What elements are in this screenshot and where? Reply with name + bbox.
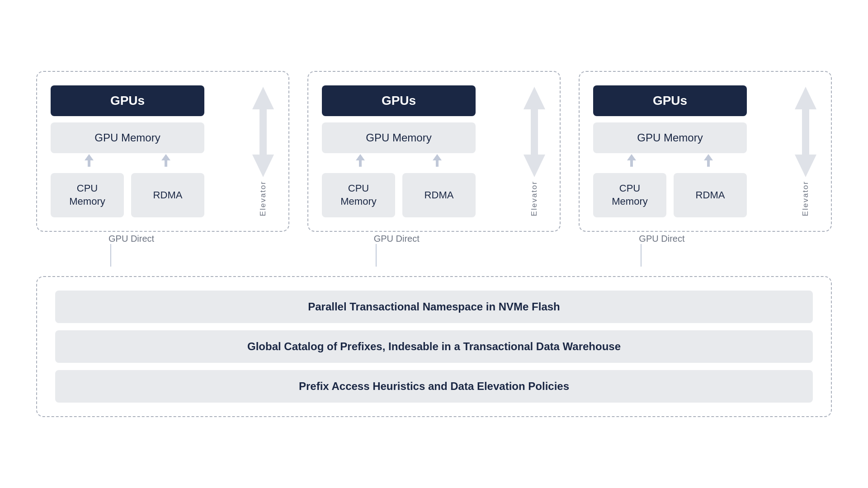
elevator-1: Elevator	[251, 85, 275, 217]
gpu-direct-section: GPU Direct GPU Direct GPU Direct	[36, 234, 832, 274]
gpu-bar-3: GPUs	[593, 85, 747, 116]
elevator-3: Elevator	[794, 85, 817, 217]
svg-marker-11	[524, 87, 545, 109]
main-container: GPUs GPU Memory	[36, 71, 832, 417]
svg-marker-6	[252, 155, 274, 177]
gpu-memory-label-3: GPU Memory	[637, 131, 703, 144]
small-arrows-2	[322, 154, 476, 167]
svg-marker-18	[795, 87, 816, 109]
svg-rect-10	[436, 160, 439, 167]
small-arrows-3	[593, 154, 747, 167]
svg-marker-2	[161, 154, 170, 160]
bottom-boxes-1: CPUMemory RDMA	[51, 173, 204, 217]
svg-rect-17	[707, 160, 710, 167]
svg-rect-12	[531, 109, 538, 155]
rdma-label-2: RDMA	[425, 189, 454, 202]
node-inner-1: GPUs GPU Memory	[51, 85, 243, 217]
rdma-box-2: RDMA	[402, 173, 476, 217]
gpu-label-1: GPUs	[110, 94, 145, 108]
gpu-memory-bar-3: GPU Memory	[593, 122, 747, 153]
up-arrow-rdma-2	[432, 154, 443, 167]
svg-marker-13	[524, 155, 545, 177]
gpu-memory-bar-1: GPU Memory	[51, 122, 204, 153]
svg-marker-7	[356, 154, 365, 160]
up-arrow-cpu-1	[84, 154, 94, 167]
gpu-memory-label-1: GPU Memory	[94, 131, 160, 144]
svg-marker-14	[627, 154, 636, 160]
up-arrow-rdma-3	[703, 154, 714, 167]
svg-marker-4	[252, 87, 274, 109]
gpu-bar-2: GPUs	[322, 85, 476, 116]
gpu-direct-label-3: GPU Direct	[639, 234, 684, 244]
gpu-bar-1: GPUs	[51, 85, 204, 116]
bottom-boxes-2: CPUMemory RDMA	[322, 173, 476, 217]
cpu-memory-box-1: CPUMemory	[51, 173, 124, 217]
gpu-direct-label-1: GPU Direct	[108, 234, 154, 244]
cpu-memory-label-3: CPUMemory	[612, 182, 647, 208]
gpu-memory-wrapper-2: GPU Memory	[322, 122, 514, 167]
gpu-label-3: GPUs	[653, 94, 687, 108]
gpu-direct-label-2: GPU Direct	[374, 234, 420, 244]
node-inner-3: GPUs GPU Memory	[593, 85, 786, 217]
elevator-2: Elevator	[523, 85, 546, 217]
svg-rect-5	[259, 109, 267, 155]
elevator-arrow-1	[251, 87, 275, 177]
node-box-2: GPUs GPU Memory	[307, 71, 561, 231]
up-arrow-cpu-3	[626, 154, 637, 167]
gpu-label-2: GPUs	[382, 94, 416, 108]
up-arrow-rdma-1	[160, 154, 171, 167]
elevator-label-1: Elevator	[259, 181, 268, 216]
feature-label-3: Prefix Access Heuristics and Data Elevat…	[299, 380, 569, 392]
svg-rect-15	[630, 160, 633, 167]
cpu-memory-box-3: CPUMemory	[593, 173, 666, 217]
feature-label-1: Parallel Transactional Namespace in NVMe…	[308, 300, 560, 313]
svg-rect-19	[802, 109, 809, 155]
elevator-arrow-3	[794, 87, 817, 177]
svg-rect-1	[88, 160, 90, 167]
svg-marker-0	[85, 154, 94, 160]
gpu-memory-wrapper-1: GPU Memory	[51, 122, 243, 167]
up-arrow-cpu-2	[355, 154, 366, 167]
vert-line-2	[376, 244, 377, 267]
gpu-direct-col-3: GPU Direct	[566, 234, 832, 267]
gpu-memory-label-2: GPU Memory	[366, 131, 431, 144]
bottom-section: Parallel Transactional Namespace in NVMe…	[36, 276, 832, 417]
elevator-label-3: Elevator	[801, 181, 810, 216]
feature-bar-3: Prefix Access Heuristics and Data Elevat…	[55, 370, 813, 403]
vert-line-3	[641, 244, 642, 267]
node-box-3: GPUs GPU Memory	[579, 71, 832, 231]
vert-line-1	[110, 244, 111, 267]
elevator-arrow-2	[523, 87, 546, 177]
bottom-boxes-3: CPUMemory RDMA	[593, 173, 747, 217]
cpu-memory-box-2: CPUMemory	[322, 173, 395, 217]
svg-rect-8	[359, 160, 362, 167]
gpu-memory-wrapper-3: GPU Memory	[593, 122, 786, 167]
rdma-label-1: RDMA	[153, 189, 183, 202]
cpu-memory-label-2: CPUMemory	[340, 182, 376, 208]
svg-rect-3	[165, 160, 167, 167]
svg-marker-16	[704, 154, 713, 160]
feature-bar-1: Parallel Transactional Namespace in NVMe…	[55, 291, 813, 323]
rdma-box-1: RDMA	[131, 173, 204, 217]
gpu-direct-col-1: GPU Direct	[36, 234, 302, 267]
svg-marker-20	[795, 155, 816, 177]
feature-label-2: Global Catalog of Prefixes, Indesable in…	[247, 340, 621, 352]
top-row: GPUs GPU Memory	[36, 71, 832, 231]
rdma-label-3: RDMA	[696, 189, 725, 202]
gpu-memory-bar-2: GPU Memory	[322, 122, 476, 153]
feature-bar-2: Global Catalog of Prefixes, Indesable in…	[55, 330, 813, 363]
small-arrows-1	[51, 154, 204, 167]
node-box-1: GPUs GPU Memory	[36, 71, 289, 231]
rdma-box-3: RDMA	[674, 173, 747, 217]
svg-marker-9	[433, 154, 442, 160]
node-inner-2: GPUs GPU Memory	[322, 85, 514, 217]
cpu-memory-label-1: CPUMemory	[69, 182, 105, 208]
elevator-label-2: Elevator	[530, 181, 539, 216]
gpu-direct-col-2: GPU Direct	[302, 234, 567, 267]
